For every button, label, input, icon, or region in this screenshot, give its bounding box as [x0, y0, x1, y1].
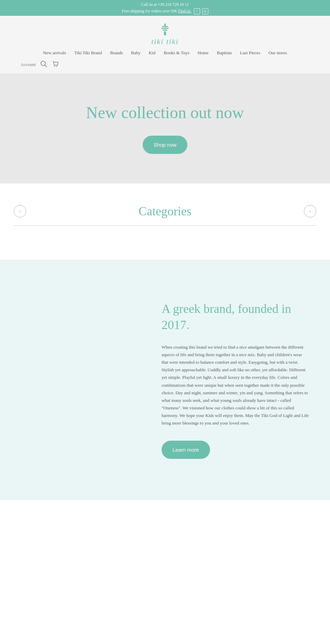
svg-rect-1: [162, 26, 168, 27]
svg-point-7: [54, 66, 55, 67]
nav-baptism[interactable]: Baptism: [217, 50, 232, 56]
find-us-link[interactable]: Find us.: [178, 9, 191, 13]
header-actions: Account: [0, 58, 330, 74]
top-bar: Call us at +30 210 729 10 11 Free shippi…: [0, 0, 330, 16]
svg-rect-4: [164, 31, 166, 35]
categories-next-button[interactable]: ›: [304, 205, 316, 217]
bottom-spacer: [0, 500, 330, 569]
shop-now-button[interactable]: Shop now: [143, 136, 188, 154]
categories-header: ‹ Categories ›: [14, 204, 316, 218]
search-icon[interactable]: [40, 60, 47, 69]
svg-point-8: [56, 66, 57, 67]
brand-section: A greek brand, founded in 2017. When cre…: [0, 260, 330, 500]
hero-section: New collection out now Shop now: [0, 74, 330, 183]
svg-rect-2: [161, 28, 169, 29]
categories-slider: [14, 225, 316, 246]
nav-last-pieces[interactable]: Last Pieces: [240, 50, 260, 56]
brand-heading: A greek brand, founded in 2017.: [162, 301, 309, 333]
instagram-icon[interactable]: ◎: [202, 8, 208, 14]
hero-heading: New collection out now: [86, 103, 244, 122]
svg-rect-3: [163, 30, 167, 31]
cart-icon[interactable]: [52, 60, 60, 69]
nav-our-stores[interactable]: Our stores: [268, 50, 287, 56]
categories-heading: Categories: [139, 204, 191, 218]
site-header: tiki tiki New arrivals Tiki Tiki Brand B…: [0, 16, 330, 74]
categories-section: ‹ Categories ›: [0, 183, 330, 260]
phone-text: Call us at +30 210 729 10 11: [0, 1, 330, 8]
brand-text-block: A greek brand, founded in 2017. When cre…: [162, 301, 309, 441]
nav-books-toys[interactable]: Books & Toys: [164, 50, 189, 56]
logo-icon: [157, 22, 173, 37]
logo-text[interactable]: tiki tiki: [0, 37, 330, 46]
nav-brands[interactable]: Brands: [110, 50, 123, 56]
learn-more-button[interactable]: Learn more: [162, 441, 210, 459]
logo-area: tiki tiki: [0, 19, 330, 47]
account-link[interactable]: Account: [21, 62, 36, 67]
categories-prev-button[interactable]: ‹: [14, 205, 26, 217]
nav-new-arrivals[interactable]: New arrivals: [43, 50, 66, 56]
shipping-row: Free shipping for orders over 50€ Find u…: [0, 8, 330, 14]
nav-baby[interactable]: Baby: [131, 50, 140, 56]
nav-home[interactable]: Home: [198, 50, 209, 56]
social-icons: f ◎: [194, 8, 208, 14]
brand-body: When creating this brand we tried to fin…: [162, 343, 309, 427]
nav-kid[interactable]: Kid: [149, 50, 156, 56]
main-nav: New arrivals Tiki Tiki Brand Brands Baby…: [0, 47, 330, 58]
facebook-icon[interactable]: f: [194, 8, 200, 14]
shipping-text: Free shipping for orders over 50€: [122, 9, 177, 13]
brand-image-area: [0, 287, 148, 473]
nav-tiki-tiki-brand[interactable]: Tiki Tiki Brand: [74, 50, 102, 56]
svg-line-6: [45, 65, 47, 67]
brand-content: A greek brand, founded in 2017. When cre…: [148, 287, 330, 473]
